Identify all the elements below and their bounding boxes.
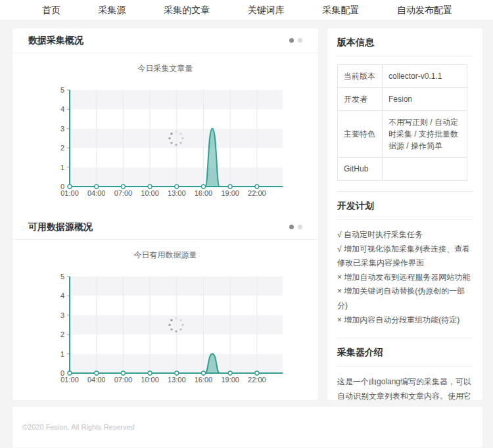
collection-chart-title: 今日采集文章量	[12, 63, 318, 74]
svg-text:0: 0	[60, 183, 64, 190]
svg-text:16:00: 16:00	[194, 376, 212, 384]
collector-intro-section: 采集器介绍 这是一个由golang编写的采集器，可以自动识别文章列表和文章内容。…	[337, 338, 473, 401]
version-table: 当前版本 collector-v0.1.1 开发者 Fesion 主要特色 不用…	[337, 64, 467, 181]
table-row: GitHub	[338, 158, 467, 181]
table-row: 开发者 Fesion	[338, 88, 467, 111]
nav-item-collect-config[interactable]: 采集配置	[322, 5, 359, 16]
list-item: √ 自动定时执行采集任务	[337, 228, 473, 242]
datasource-overview-header: 可用数据源概况	[12, 215, 318, 240]
dev-plan-list: √ 自动定时执行采集任务 √ 增加可视化添加采集列表连接、查看修改已采集内容操作…	[337, 220, 473, 338]
svg-text:1: 1	[60, 350, 64, 358]
svg-text:13:00: 13:00	[168, 189, 186, 197]
svg-text:2: 2	[60, 144, 64, 152]
datasource-carousel-dots	[289, 225, 302, 229]
datasource-chart-title: 今日有用数据源量	[12, 250, 318, 261]
svg-text:04:00: 04:00	[87, 189, 105, 197]
list-item: √ 增加可视化添加采集列表连接、查看修改已采集内容操作界面	[337, 242, 473, 271]
collection-overview-section: 数据采集概况 今日采集文章量 01:0004:0007:0010:0013:00…	[12, 28, 318, 200]
table-row: 主要特色 不用写正则 / 自动定时采集 / 支持批量数据源 / 操作简单	[338, 111, 467, 158]
collection-overview-title: 数据采集概况	[28, 35, 83, 47]
dev-plan-section: 开发计划 √ 自动定时执行采集任务 √ 增加可视化添加采集列表连接、查看修改已采…	[337, 192, 473, 338]
svg-text:10:00: 10:00	[141, 376, 159, 384]
carousel-dot-inactive-icon[interactable]	[298, 38, 302, 43]
carousel-dot-active-icon[interactable]	[289, 225, 294, 229]
svg-text:3: 3	[60, 125, 64, 133]
github-row-value	[383, 158, 467, 181]
svg-text:4: 4	[60, 292, 64, 300]
svg-text:13:00: 13:00	[168, 376, 186, 384]
svg-text:3: 3	[60, 311, 64, 319]
collection-carousel-dots	[289, 38, 302, 43]
footer: ©2020 Fesion. All Rights Reserved	[12, 406, 483, 447]
svg-text:10:00: 10:00	[141, 189, 159, 197]
main-content: 数据采集概况 今日采集文章量 01:0004:0007:0010:0013:00…	[0, 21, 493, 401]
collection-area-chart: 01:0004:0007:0010:0013:0016:0019:0022:00…	[14, 77, 317, 200]
version-info-body: 当前版本 collector-v0.1.1 开发者 Fesion 主要特色 不用…	[337, 56, 473, 192]
carousel-dot-inactive-icon[interactable]	[298, 225, 302, 229]
svg-text:19:00: 19:00	[221, 376, 239, 384]
nav-item-articles[interactable]: 采集的文章	[164, 5, 210, 16]
carousel-dot-active-icon[interactable]	[289, 38, 294, 43]
datasource-overview-title: 可用数据源概况	[28, 221, 93, 233]
version-row-value: collector-v0.1.1	[383, 65, 467, 88]
list-item: × 增加关键词自动替换(伪原创的一部分)	[337, 284, 473, 313]
github-row-label: GitHub	[338, 158, 383, 181]
info-panel: 版本信息 当前版本 collector-v0.1.1 开发者 Fesion 主要…	[327, 28, 483, 401]
datasource-area-chart: 01:0004:0007:0010:0013:0016:0019:0022:00…	[14, 263, 317, 387]
copyright-text: ©2020 Fesion. All Rights Reserved	[22, 423, 135, 431]
nav-item-keywords[interactable]: 关键词库	[248, 5, 285, 16]
collector-intro-text: 这是一个由golang编写的采集器，可以自动识别文章列表和文章内容。使用它来采集…	[337, 374, 473, 401]
version-info-heading: 版本信息	[337, 28, 473, 56]
svg-text:07:00: 07:00	[114, 189, 132, 197]
top-nav: 首页 采集源 采集的文章 关键词库 采集配置 自动发布配置	[0, 0, 493, 21]
developer-row-value: Fesion	[383, 88, 467, 111]
collector-intro-heading: 采集器介绍	[337, 338, 473, 367]
svg-text:07:00: 07:00	[114, 376, 132, 384]
nav-item-sources[interactable]: 采集源	[99, 5, 126, 16]
svg-text:1: 1	[60, 164, 64, 171]
svg-text:5: 5	[60, 86, 64, 94]
svg-text:19:00: 19:00	[221, 189, 239, 197]
svg-text:4: 4	[60, 105, 64, 113]
svg-text:22:00: 22:00	[248, 189, 266, 197]
datasource-overview-section: 可用数据源概况 今日有用数据源量 01:0004:0007:0010:0013:…	[12, 215, 318, 387]
svg-text:04:00: 04:00	[87, 376, 105, 384]
list-item: × 增加内容自动分段重组功能(待定)	[337, 313, 473, 328]
nav-item-autopublish-config[interactable]: 自动发布配置	[397, 5, 452, 16]
collection-overview-header: 数据采集概况	[12, 28, 318, 53]
charts-panel: 数据采集概况 今日采集文章量 01:0004:0007:0010:0013:00…	[12, 28, 319, 401]
version-row-label: 当前版本	[338, 65, 383, 88]
features-row-value: 不用写正则 / 自动定时采集 / 支持批量数据源 / 操作简单	[383, 111, 467, 158]
dev-plan-heading: 开发计划	[337, 192, 473, 220]
svg-text:16:00: 16:00	[194, 189, 212, 197]
collector-intro-body: 这是一个由golang编写的采集器，可以自动识别文章列表和文章内容。使用它来采集…	[337, 367, 473, 401]
version-info-section: 版本信息 当前版本 collector-v0.1.1 开发者 Fesion 主要…	[337, 28, 473, 192]
svg-text:5: 5	[60, 273, 64, 280]
svg-text:2: 2	[60, 330, 64, 338]
list-item: × 增加自动发布到远程服务器网站功能	[337, 271, 473, 285]
svg-text:0: 0	[60, 369, 64, 377]
developer-row-label: 开发者	[338, 88, 383, 111]
nav-item-home[interactable]: 首页	[42, 5, 60, 16]
features-row-label: 主要特色	[338, 111, 383, 158]
svg-text:22:00: 22:00	[248, 376, 266, 384]
table-row: 当前版本 collector-v0.1.1	[338, 65, 467, 88]
